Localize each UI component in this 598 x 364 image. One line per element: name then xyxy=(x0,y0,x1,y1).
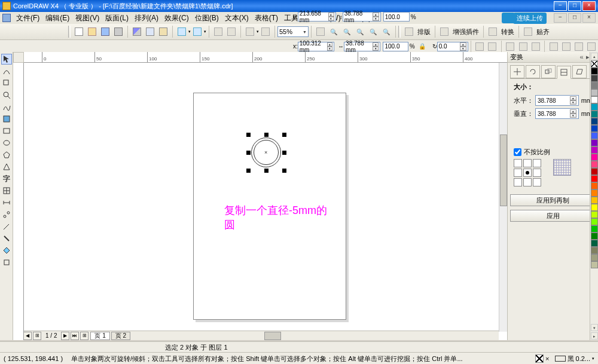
color-swatch[interactable] xyxy=(591,60,598,68)
canvas[interactable]: × 复制一个直径-5mm的 圆 xyxy=(24,63,507,340)
handle-w[interactable] xyxy=(246,151,251,155)
copy-button[interactable] xyxy=(144,26,156,38)
rectangle-tool[interactable] xyxy=(1,126,12,136)
export-button[interactable] xyxy=(225,26,237,38)
horizontal-input[interactable]: 38.788▴▾ xyxy=(535,95,579,106)
h-scroll-thumb[interactable] xyxy=(264,332,281,340)
doc-minimize-button[interactable]: − xyxy=(554,13,567,23)
color-swatch[interactable] xyxy=(591,254,598,261)
zoom-fit-button[interactable]: 🔍 xyxy=(354,26,366,38)
interactive-fill-tool[interactable] xyxy=(1,257,12,268)
color-swatch[interactable] xyxy=(591,89,598,96)
undo-button[interactable] xyxy=(176,26,188,38)
color-swatch[interactable] xyxy=(591,261,598,268)
v-scrollbar[interactable] xyxy=(499,63,507,332)
menu-view[interactable]: 视图(V) xyxy=(72,13,102,23)
minimize-button[interactable]: − xyxy=(554,1,567,11)
outline-tool[interactable] xyxy=(1,233,12,244)
text-tool[interactable]: 字 xyxy=(1,173,12,184)
menu-text[interactable]: 文本(X) xyxy=(222,13,252,23)
transform-scale-tab[interactable] xyxy=(541,65,556,78)
add-page-after-button[interactable]: ⊞ xyxy=(80,332,89,340)
redo-button[interactable] xyxy=(191,26,203,38)
handle-sw[interactable] xyxy=(246,169,251,173)
color-swatch[interactable] xyxy=(591,75,598,82)
color-swatch[interactable] xyxy=(591,103,598,111)
polygon-tool[interactable] xyxy=(1,149,12,160)
print-button[interactable] xyxy=(112,26,124,38)
horizontal-ruler[interactable]: 050100150200250300350400450 xyxy=(24,52,507,63)
palette-down-button[interactable]: ▾ xyxy=(591,324,598,331)
selection-center-icon[interactable]: × xyxy=(264,149,267,155)
handle-nw[interactable] xyxy=(246,133,251,137)
upload-button[interactable]: 连续上传 xyxy=(513,13,547,24)
color-swatch[interactable] xyxy=(591,154,598,161)
zoom-out-button[interactable]: 🔍 xyxy=(341,26,353,38)
crop-tool[interactable] xyxy=(1,78,12,88)
transform-rotate-tab[interactable] xyxy=(526,65,540,78)
menu-file[interactable]: 文件(F) xyxy=(13,13,42,23)
color-swatch[interactable] xyxy=(591,118,598,125)
open-button[interactable] xyxy=(86,26,98,38)
mirror-v-button[interactable] xyxy=(487,41,498,53)
fill-indicator[interactable] xyxy=(535,354,544,363)
menu-arrange[interactable]: 排列(A) xyxy=(132,13,161,23)
handle-ne[interactable] xyxy=(282,133,286,137)
menu-bitmap[interactable]: 位图(B) xyxy=(192,13,222,23)
close-button[interactable]: × xyxy=(582,1,596,11)
color-swatch[interactable] xyxy=(591,182,598,189)
table-tool[interactable] xyxy=(1,185,12,196)
shape-tool[interactable] xyxy=(1,66,12,77)
color-swatch[interactable] xyxy=(591,82,598,89)
color-swatch[interactable] xyxy=(591,96,598,103)
page-tab-1[interactable]: 页 1 xyxy=(90,332,109,340)
color-swatch[interactable] xyxy=(591,240,598,247)
import-button[interactable] xyxy=(212,26,224,38)
dimension-tool[interactable] xyxy=(1,197,12,208)
color-swatch[interactable] xyxy=(591,189,598,197)
next-page-button[interactable]: ▶ xyxy=(61,332,69,340)
fill-tool[interactable] xyxy=(1,245,12,256)
last-page-button[interactable]: ⏭ xyxy=(71,332,79,340)
prev-page-button[interactable]: ◀ xyxy=(23,332,32,340)
color-swatch[interactable] xyxy=(591,197,598,204)
palette-flyout-button[interactable]: ▸ xyxy=(591,332,598,339)
handle-s[interactable] xyxy=(264,169,269,173)
docker-collapse-icon[interactable]: « xyxy=(579,53,583,60)
color-swatch[interactable] xyxy=(591,211,598,218)
color-swatch[interactable] xyxy=(591,139,598,146)
transform-position-tab[interactable] xyxy=(510,65,524,78)
vertical-input[interactable]: 38.788▴▾ xyxy=(535,108,579,119)
scale-x-input[interactable]: 100.0 xyxy=(383,42,408,51)
ungroup-button[interactable] xyxy=(573,41,585,53)
scale-y-input[interactable]: 100.0 xyxy=(383,12,410,22)
add-page-before-button[interactable]: ⊞ xyxy=(33,332,41,340)
layout-1-button[interactable] xyxy=(403,26,415,38)
doc-close-button[interactable]: × xyxy=(582,13,596,23)
snap-button[interactable] xyxy=(315,26,327,38)
color-swatch[interactable] xyxy=(591,175,598,182)
ellipse-tool[interactable] xyxy=(1,137,12,148)
mirror-h-button[interactable] xyxy=(474,41,486,53)
color-swatch[interactable] xyxy=(591,225,598,233)
apply-to-duplicate-button[interactable]: 应用到再制 xyxy=(510,194,596,206)
handle-n[interactable] xyxy=(264,133,269,137)
docker-menu-icon[interactable]: ▸ xyxy=(586,53,590,60)
palette-up-button[interactable]: ▴ xyxy=(591,53,598,60)
color-swatch[interactable] xyxy=(591,146,598,154)
color-swatch[interactable] xyxy=(591,132,598,139)
prop-btn-c[interactable] xyxy=(530,41,541,53)
color-swatch[interactable] xyxy=(591,68,598,75)
align-1-button[interactable] xyxy=(522,26,534,38)
color-swatch[interactable] xyxy=(591,161,598,168)
transform-size-tab[interactable] xyxy=(557,66,571,79)
new-button[interactable] xyxy=(73,26,85,38)
app-launcher-button[interactable] xyxy=(244,26,256,38)
ruler-origin[interactable] xyxy=(13,52,24,63)
color-swatch[interactable] xyxy=(591,204,598,211)
eyedropper-tool[interactable] xyxy=(1,221,12,232)
zoom-tool[interactable] xyxy=(1,90,12,100)
prop-btn-a[interactable] xyxy=(505,41,516,53)
ungroup-all-button[interactable] xyxy=(586,41,597,53)
basic-shapes-tool[interactable] xyxy=(1,161,12,172)
